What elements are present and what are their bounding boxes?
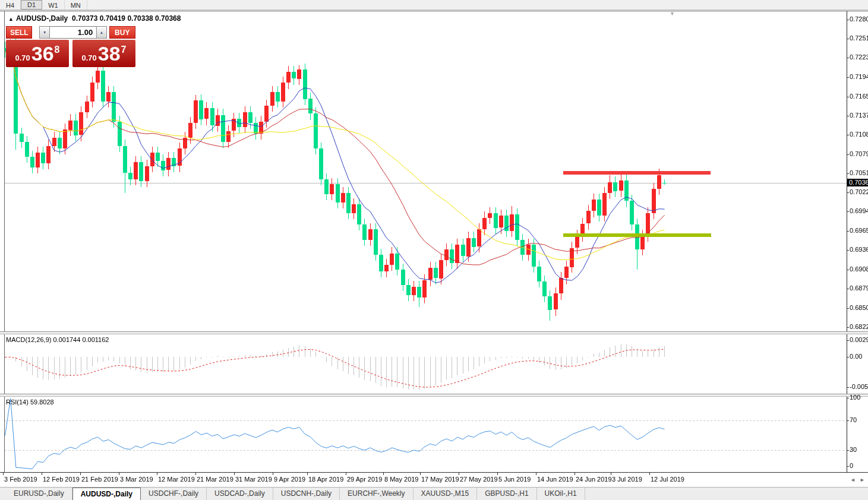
price-axis-label: 0.68795: [850, 284, 868, 292]
time-axis-border: [0, 472, 868, 473]
rsi-axis-tick: [847, 450, 849, 451]
time-axis-label: 14 Jun 2019: [537, 476, 573, 483]
macd-axis-label: -0.005256: [850, 383, 868, 390]
buy-price-main: 38: [98, 43, 121, 64]
time-axis-label: 12 Jul 2019: [651, 476, 684, 483]
time-axis-tick: [234, 473, 235, 475]
price-axis-tick: [847, 97, 849, 97]
scroll-left-icon[interactable]: ◄: [850, 477, 856, 483]
time-axis-label: 8 May 2019: [384, 476, 418, 483]
price-axis-tick: [847, 173, 849, 174]
volume-increase-button[interactable]: ▲: [96, 26, 107, 39]
price-axis-label: 0.69080: [850, 265, 868, 273]
rsi-axis-label: 0: [850, 462, 853, 469]
trading-terminal: H4D1W1MN ▲AUDUSD-,Daily 0.70373 0.70419 …: [0, 0, 868, 500]
price-axis-tick: [847, 39, 849, 39]
price-axis-tick: [847, 116, 849, 116]
rsi-axis-tick: [847, 420, 849, 421]
current-price-tag: 0.70368: [847, 179, 868, 186]
axis-separator: [847, 11, 847, 472]
rsi-axis-label: 100: [850, 394, 860, 401]
tab-usdcnh-daily[interactable]: USDCNH-,Daily: [273, 488, 340, 500]
timeframe-button-mn[interactable]: MN: [65, 0, 87, 10]
price-axis-tick: [847, 270, 849, 270]
chart-canvas[interactable]: [0, 0, 868, 500]
price-axis-label: 0.72800: [850, 15, 868, 23]
time-axis-tick: [383, 473, 384, 475]
timeframe-button-h4[interactable]: H4: [0, 0, 21, 10]
time-axis-label: 9 Apr 2019: [274, 476, 305, 483]
time-axis-tick: [119, 473, 119, 475]
buy-price-prefix: 0.70: [81, 53, 96, 62]
time-axis-label: 31 Mar 2019: [235, 476, 272, 483]
buy-button[interactable]: BUY: [109, 26, 135, 39]
buy-price-box[interactable]: 0.70387: [72, 40, 135, 67]
time-axis-label: 17 May 2019: [421, 476, 459, 483]
scroll-right-icon[interactable]: ►: [860, 477, 865, 483]
price-axis-label: 0.70795: [850, 150, 868, 157]
price-axis-tick: [847, 250, 849, 251]
price-axis-tick: [847, 327, 849, 328]
time-axis-label: 29 Apr 2019: [347, 476, 382, 483]
time-axis-tick: [307, 473, 308, 475]
price-axis-tick: [847, 20, 849, 20]
time-axis-tick: [649, 473, 650, 475]
price-axis-tick: [847, 58, 849, 58]
sell-price-box[interactable]: 0.70368: [6, 40, 69, 67]
time-axis-label: 12 Mar 2019: [158, 476, 195, 483]
tab-eurusd-daily[interactable]: EURUSD-,Daily: [6, 488, 72, 500]
collapse-arrow-icon[interactable]: ▲: [8, 16, 14, 22]
price-axis-tick: [847, 289, 849, 289]
pane-splitter[interactable]: [0, 331, 868, 334]
price-axis-label: 0.69940: [850, 207, 868, 214]
macd-label: MACD(12,26,9) 0.001744 0.001162: [6, 336, 109, 343]
volume-input[interactable]: [50, 26, 96, 39]
chart-shift-marker-icon[interactable]: ▼: [670, 11, 675, 17]
price-axis-tick: [847, 231, 849, 232]
time-axis-tick: [459, 473, 459, 475]
price-axis-label: 0.68505: [850, 304, 868, 311]
chart-left-border: [4, 11, 5, 472]
time-axis-tick: [195, 473, 196, 475]
tab-usdcad-daily[interactable]: USDCAD-,Daily: [207, 488, 273, 500]
price-axis-label: 0.69650: [850, 227, 868, 234]
time-axis-label: 3 Mar 2019: [120, 476, 153, 483]
price-axis-tick: [847, 211, 849, 212]
one-click-trading-panel: SELL ▼ ▲ BUY 0.70368 0.70387: [6, 26, 135, 67]
time-axis-tick: [575, 473, 575, 475]
timeframe-button-d1[interactable]: D1: [21, 0, 42, 10]
price-axis-tick: [847, 308, 849, 309]
sell-button[interactable]: SELL: [6, 26, 32, 39]
macd-axis-label: 0.00: [850, 353, 862, 360]
sell-price-prefix: 0.70: [15, 53, 30, 62]
tab-xauusd-m15[interactable]: XAUUSD-,M15: [414, 488, 478, 500]
macd-axis-tick: [847, 357, 849, 357]
sell-price-main: 36: [31, 43, 54, 64]
price-axis-label: 0.71655: [850, 93, 868, 100]
rsi-axis-tick: [847, 466, 849, 467]
timeframe-button-w1[interactable]: W1: [42, 0, 65, 10]
pane-splitter[interactable]: [0, 394, 868, 397]
price-axis-tick: [847, 77, 849, 78]
rsi-axis-label: 70: [850, 416, 857, 423]
time-axis-tick: [273, 473, 273, 475]
tab-audusd-daily[interactable]: AUDUSD-,Daily: [72, 488, 141, 500]
volume-decrease-button[interactable]: ▼: [39, 26, 50, 39]
price-axis-label: 0.68220: [850, 323, 868, 330]
time-axis-tick: [497, 473, 498, 475]
macd-axis-tick: [847, 340, 849, 341]
time-axis-label: 3 Jul 2019: [612, 476, 642, 483]
tab-eurchf-weekly[interactable]: EURCHF-,Weekly: [340, 488, 413, 500]
symbol-name: AUDUSD-,Daily: [16, 14, 68, 23]
time-axis-tick: [420, 473, 421, 475]
price-axis-label: 0.69365: [850, 246, 868, 253]
price-axis-label: 0.71085: [850, 131, 868, 138]
tab-usdchf-daily[interactable]: USDCHF-,Daily: [141, 488, 207, 500]
price-axis-label: 0.70225: [850, 188, 868, 195]
time-axis-tick: [611, 473, 611, 475]
tab-ukoil-h1[interactable]: UKOil-,H1: [537, 488, 585, 500]
price-axis-tick: [847, 135, 849, 135]
time-axis-label: 27 May 2019: [460, 476, 498, 483]
time-axis-tick: [157, 473, 157, 475]
tab-gbpusd-h1[interactable]: GBPUSD-,H1: [477, 488, 536, 500]
